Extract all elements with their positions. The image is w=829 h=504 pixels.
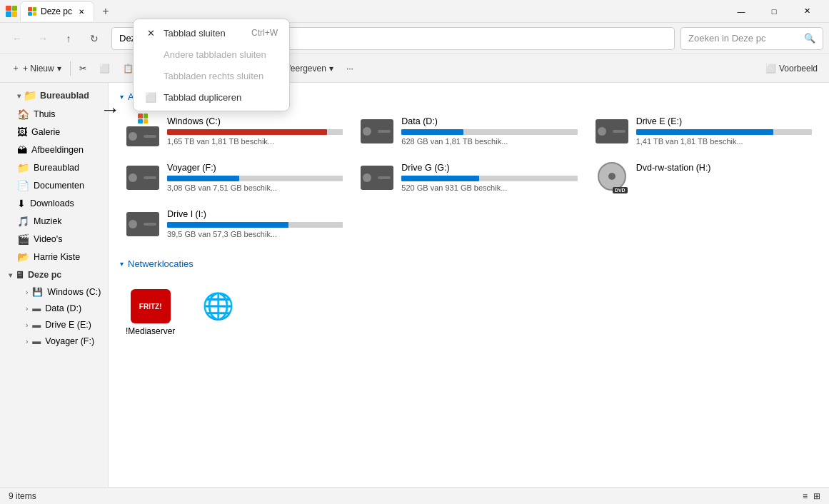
sidebar-galerie-label: Galerie [31,127,60,137]
sidebar-item-documenten[interactable]: 📄 Documenten [3,177,105,194]
sidebar-item-harrie[interactable]: 📂 Harrie Kiste [3,248,105,266]
status-bar: 9 items ≡ ⊞ [0,487,829,504]
folder-blue-icon: 📁 [17,162,29,173]
hdd-f-icon: ▬ [32,336,41,346]
copy-button[interactable]: ⬜ [94,61,116,76]
drive-name-i: Drive I (I:) [167,209,343,219]
hdd-d-icon: ▬ [32,303,41,313]
sidebar-drive-e-label: Drive E (E:) [45,320,91,330]
drive-info-d: Data (D:) 628 GB van 1,81 TB beschik... [401,116,577,146]
active-tab[interactable]: Deze pc ✕ [20,1,94,21]
close-other-tabs-menuitem: Andere tabbladen sluiten [134,44,289,65]
pc-icon: 🖥 [15,269,25,281]
tab-close-button[interactable]: ✕ [76,6,86,16]
chevron-e-icon: › [26,321,28,329]
minimize-button[interactable]: — [725,0,758,23]
sidebar-videos-label: Video's [34,234,62,244]
window-controls: — □ ✕ [725,0,823,23]
drive-bar-fill-c [167,129,327,135]
drive-icon-f [126,163,160,190]
chevron-deze-pc-icon: ▾ [9,271,12,279]
more-button[interactable]: ··· [341,61,359,76]
close-tab-menuitem[interactable]: ✕ Tabblad sluiten Ctrl+W [134,22,289,44]
sidebar-section-deze-pc[interactable]: ▾ 🖥 Deze pc [3,266,105,283]
network-section-header[interactable]: ▾ Netwerklocaties [120,258,818,269]
cut-button[interactable]: ✂ [74,61,92,76]
drive-item-d[interactable]: Data (D:) 628 GB van 1,81 TB beschik... [354,111,583,151]
refresh-icon: ↻ [90,33,99,44]
close-tab-shortcut: Ctrl+W [251,28,278,38]
sidebar-item-bureaublad2[interactable]: 📁 Bureaublad [3,159,105,176]
drive-bar-fill-g [401,176,478,181]
sidebar-item-thuis[interactable]: 🏠 Thuis [3,106,105,123]
drive-size-d: 628 GB van 1,81 TB beschik... [401,137,577,146]
drive-size-c: 1,65 TB van 1,81 TB beschik... [167,137,343,146]
separator-1 [70,61,71,76]
chevron-down-icon: ▾ [17,92,21,100]
close-button[interactable]: ✕ [790,0,823,23]
download-icon: ⬇ [17,198,26,209]
content-area: ▾ Apparaten en stations [109,83,829,487]
drive-item-h[interactable]: DVD Dvd-rw-station (H:) [589,157,818,198]
drive-bar-fill-i [167,222,288,228]
drive-item-i[interactable]: Drive I (I:) 39,5 GB van 57,3 GB beschik… [120,203,348,244]
network-item-mediaserver[interactable]: FRITZ! !Mediaserver [120,283,181,342]
preview-button[interactable]: ⬜ Voorbeeld [760,61,823,76]
close-right-tabs-label: Tabbladen rechts sluiten [164,71,263,81]
grid-view-icon[interactable]: ⊞ [813,491,820,501]
drive-icon-d [360,116,394,143]
refresh-button[interactable]: ↻ [83,27,106,50]
drive-bar-fill-d [401,129,463,135]
new-tab-button[interactable]: + [97,3,114,20]
new-button[interactable]: ＋ + Nieuw ▾ [6,59,67,77]
view-dropdown-icon: ▾ [329,64,333,74]
sidebar: ▾ 📁 Bureaublad 🏠 Thuis 🖼 Galerie 🏔 Afbee… [0,83,109,487]
sidebar-item-muziek[interactable]: 🎵 Muziek [3,213,105,230]
close-tab-label: Tabblad sluiten [164,28,226,39]
gallery-icon: 🖼 [17,126,27,138]
folder-icon: 📁 [24,89,37,102]
sidebar-item-voyager-f[interactable]: › ▬ Voyager (F:) [3,333,105,349]
close-right-tabs-menuitem: Tabbladen rechts sluiten [134,65,289,86]
sidebar-item-data-d[interactable]: › ▬ Data (D:) [3,301,105,316]
drive-item-c[interactable]: Windows (C:) 1,65 TB van 1,81 TB beschik… [120,111,348,151]
drive-bar-container-d [401,129,577,135]
list-view-icon[interactable]: ≡ [803,491,808,501]
paste-icon: 📋 [123,64,134,74]
new-label: + Nieuw [23,64,54,74]
search-bar[interactable]: Zoeken in Deze pc 🔍 [680,27,823,50]
up-button[interactable]: ↑ [57,27,80,50]
fritz-icon: FRITZ! [131,289,171,323]
maximize-button[interactable]: □ [758,0,790,23]
back-button: ← [6,27,29,50]
more-label: ··· [346,64,353,74]
sidebar-item-windows-c[interactable]: › 💾 Windows (C:) [3,284,105,300]
copy-icon: ⬜ [99,64,110,74]
drive-item-f[interactable]: Voyager (F:) 3,08 GB van 7,51 GB beschik… [120,157,348,198]
sidebar-item-downloads[interactable]: ⬇ Downloads [3,195,105,212]
sidebar-item-galerie[interactable]: 🖼 Galerie [3,124,105,141]
drive-icon-c [126,116,160,143]
drive-item-e[interactable]: Drive E (E:) 1,41 TB van 1,81 TB beschik… [589,111,818,151]
drive-item-g[interactable]: Drive G (G:) 520 GB van 931 GB beschik..… [354,157,583,198]
drive-bar-container-g [401,176,577,181]
drive-info-g: Drive G (G:) 520 GB van 931 GB beschik..… [401,163,577,192]
sidebar-item-drive-e[interactable]: › ▬ Drive E (E:) [3,317,105,333]
arrow-pointer: → [100,99,120,121]
window-icon [6,6,17,17]
drive-size-g: 520 GB van 931 GB beschik... [401,183,577,192]
close-other-tabs-label: Andere tabbladen sluiten [164,49,266,60]
drive-info-e: Drive E (E:) 1,41 TB van 1,81 TB beschik… [636,116,812,146]
network-item-2[interactable]: 🌐 [195,283,241,342]
sidebar-item-afbeeldingen[interactable]: 🏔 Afbeeldingen [3,141,105,158]
drive-name-c: Windows (C:) [167,116,343,126]
drive-info-i: Drive I (I:) 39,5 GB van 57,3 GB beschik… [167,209,343,238]
sidebar-item-videos[interactable]: 🎬 Video's [3,231,105,248]
status-right: ≡ ⊞ [803,491,820,501]
duplicate-tab-menuitem[interactable]: ⬜ Tabblad dupliceren [134,86,289,108]
network-drive-icon: 🌐 [201,289,235,323]
sidebar-section-bureaublad[interactable]: ▾ 📁 Bureaublad [3,86,105,105]
hdd-e-icon: ▬ [32,320,41,330]
main-layout: ▾ 📁 Bureaublad 🏠 Thuis 🖼 Galerie 🏔 Afbee… [0,83,829,487]
preview-icon: ⬜ [765,64,776,74]
